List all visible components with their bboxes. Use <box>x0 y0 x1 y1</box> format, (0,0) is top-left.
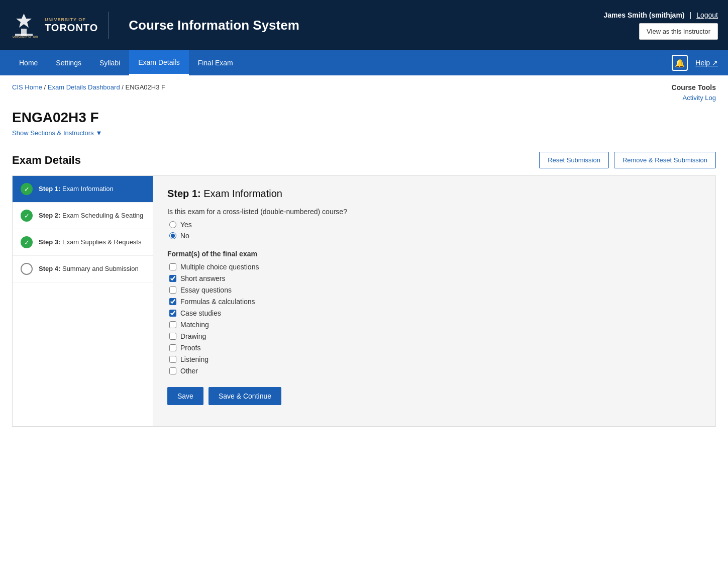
radio-no-label: No <box>180 232 189 240</box>
radio-yes-label: Yes <box>180 221 192 229</box>
step4-label: Step 4: Summary and Submission <box>39 264 139 273</box>
breadcrumb: CIS Home / Exam Details Dashboard / ENGA… <box>12 83 165 91</box>
format-other[interactable]: Other <box>169 367 701 375</box>
step2-icon: ✓ <box>21 210 33 222</box>
exam-btn-group: Reset Submission Remove & Reset Submissi… <box>539 152 716 168</box>
step1-label: Step 1: Exam Information <box>39 184 114 194</box>
nav-item-final-exam[interactable]: Final Exam <box>189 50 242 75</box>
save-button[interactable]: Save <box>167 387 203 405</box>
format-listening-input[interactable] <box>169 356 176 363</box>
format-matching[interactable]: Matching <box>169 321 701 329</box>
format-essay-label: Essay questions <box>180 286 232 294</box>
format-short-input[interactable] <box>169 275 176 282</box>
format-mcq-label: Multiple choice questions <box>180 263 259 271</box>
step-item-1[interactable]: ✓ Step 1: Exam Information <box>13 176 153 203</box>
format-case-input[interactable] <box>169 310 176 317</box>
format-formulas-label: Formulas & calculations <box>180 298 255 306</box>
save-continue-button[interactable]: Save & Continue <box>209 387 281 405</box>
format-short-label: Short answers <box>180 274 225 282</box>
course-tools-title: Course Tools <box>672 83 716 91</box>
format-formulas[interactable]: Formulas & calculations <box>169 298 701 306</box>
step-content-title: Step 1: Exam Information <box>167 188 701 200</box>
format-matching-input[interactable] <box>169 321 176 328</box>
exam-details-header: Exam Details Reset Submission Remove & R… <box>12 152 716 168</box>
exam-details-title: Exam Details <box>12 154 81 167</box>
step-item-3[interactable]: ✓ Step 3: Exam Supplies & Requests <box>13 229 153 256</box>
header: UNIVERSITY OF TORONTO UNIVERSITY OF TORO… <box>0 0 728 50</box>
nav-item-exam-details[interactable]: Exam Details <box>129 50 188 75</box>
format-mcq-input[interactable] <box>169 263 176 270</box>
format-other-input[interactable] <box>169 367 176 374</box>
nav-item-syllabi[interactable]: Syllabi <box>90 50 129 75</box>
radio-yes[interactable]: Yes <box>169 221 701 229</box>
format-proofs-input[interactable] <box>169 344 176 351</box>
radio-no[interactable]: No <box>169 232 701 240</box>
remove-reset-submission-button[interactable]: Remove & Reset Submission <box>614 152 716 168</box>
format-other-label: Other <box>180 367 198 375</box>
format-short[interactable]: Short answers <box>169 274 701 282</box>
navbar: Home Settings Syllabi Exam Details Final… <box>0 50 728 75</box>
format-essay-input[interactable] <box>169 286 176 294</box>
user-info: James Smith (smithjam) | Logout <box>603 11 718 19</box>
logo-area: UNIVERSITY OF TORONTO UNIVERSITY OF TORO… <box>10 12 109 39</box>
nav-item-settings[interactable]: Settings <box>47 50 90 75</box>
course-code: ENGA02H3 F <box>12 110 716 126</box>
radio-yes-input[interactable] <box>169 221 176 228</box>
svg-text:UNIVERSITY OF TORONTO: UNIVERSITY OF TORONTO <box>13 35 38 38</box>
breadcrumb-exam-details-dashboard[interactable]: Exam Details Dashboard <box>48 83 120 91</box>
formats-label: Format(s) of the final exam <box>167 250 701 258</box>
university-name: TORONTO <box>45 22 98 34</box>
format-case-label: Case studies <box>180 309 221 317</box>
formats-checkbox-group: Multiple choice questions Short answers … <box>169 263 701 375</box>
header-left: UNIVERSITY OF TORONTO UNIVERSITY OF TORO… <box>10 12 299 39</box>
activity-log-link[interactable]: Activity Log <box>683 94 716 102</box>
steps-container: ✓ Step 1: Exam Information ✓ Step 2: Exa… <box>12 175 716 427</box>
step-item-2[interactable]: ✓ Step 2: Exam Scheduling & Seating <box>13 203 153 229</box>
step-item-4[interactable]: Step 4: Summary and Submission <box>13 256 153 282</box>
nav-right: 🔔 Help ↗ <box>672 55 718 71</box>
show-sections-label: Show Sections & Instructors <box>12 129 94 137</box>
format-listening-label: Listening <box>180 355 209 363</box>
breadcrumb-sep1: / <box>44 83 48 91</box>
show-sections-link[interactable]: Show Sections & Instructors ▼ <box>12 129 102 137</box>
breadcrumb-current: ENGA02H3 F <box>125 83 165 91</box>
cross-listed-radio-group: Yes No <box>169 221 701 240</box>
site-title: Course Information System <box>129 18 299 33</box>
course-tools: Course Tools Activity Log <box>672 83 716 102</box>
format-drawing-label: Drawing <box>180 332 206 340</box>
format-proofs[interactable]: Proofs <box>169 344 701 352</box>
bell-icon[interactable]: 🔔 <box>672 55 688 71</box>
step3-label: Step 3: Exam Supplies & Requests <box>39 238 141 247</box>
format-essay[interactable]: Essay questions <box>169 286 701 294</box>
header-right: James Smith (smithjam) | Logout View as … <box>603 11 718 40</box>
save-btn-group: Save Save & Continue <box>167 387 701 405</box>
nav-item-home[interactable]: Home <box>10 50 47 75</box>
reset-submission-button[interactable]: Reset Submission <box>539 152 609 168</box>
nav-links: Home Settings Syllabi Exam Details Final… <box>10 50 242 75</box>
format-drawing[interactable]: Drawing <box>169 332 701 340</box>
help-link[interactable]: Help ↗ <box>695 59 718 67</box>
steps-sidebar: ✓ Step 1: Exam Information ✓ Step 2: Exa… <box>13 176 153 426</box>
radio-no-input[interactable] <box>169 232 176 239</box>
step-content: Step 1: Exam Information Is this exam fo… <box>153 176 715 426</box>
format-formulas-input[interactable] <box>169 298 176 305</box>
view-as-instructor-button[interactable]: View as this Instructor <box>639 23 718 40</box>
university-subtitle: UNIVERSITY OF <box>45 17 98 22</box>
format-mcq[interactable]: Multiple choice questions <box>169 263 701 271</box>
cross-listed-question: Is this exam for a cross-listed (double-… <box>167 208 701 216</box>
university-logo: UNIVERSITY OF TORONTO <box>10 12 38 39</box>
step4-icon <box>21 263 33 275</box>
breadcrumb-area: CIS Home / Exam Details Dashboard / ENGA… <box>0 75 728 106</box>
step2-label: Step 2: Exam Scheduling & Seating <box>39 211 143 220</box>
step3-icon: ✓ <box>21 236 33 248</box>
user-name: James Smith (smithjam) <box>603 11 684 19</box>
format-listening[interactable]: Listening <box>169 355 701 363</box>
format-case[interactable]: Case studies <box>169 309 701 317</box>
logout-link[interactable]: Logout <box>696 11 718 19</box>
format-proofs-label: Proofs <box>180 344 200 352</box>
format-drawing-input[interactable] <box>169 333 176 340</box>
pipe-separator: | <box>690 11 692 19</box>
breadcrumb-cis-home[interactable]: CIS Home <box>12 83 42 91</box>
page-content: ENGA02H3 F Show Sections & Instructors ▼… <box>0 106 728 437</box>
format-matching-label: Matching <box>180 321 209 329</box>
